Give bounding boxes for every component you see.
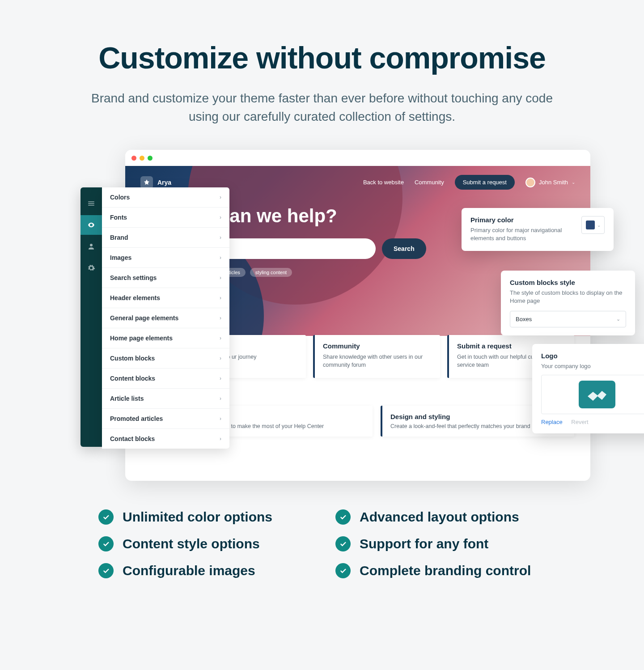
chevron-right-icon: › — [220, 335, 221, 341]
chevron-down-icon: ⌄ — [572, 180, 575, 185]
popover-desc: Your company logo — [541, 362, 644, 370]
color-swatch — [586, 221, 595, 229]
feature-item: Advanced layout options — [335, 509, 546, 525]
chevron-down-icon: ⌄ — [597, 223, 601, 228]
feature-item: Configurable images — [98, 563, 309, 578]
brand-logo-icon — [140, 176, 153, 189]
check-icon — [335, 536, 351, 551]
setting-row-header[interactable]: Header elements› — [102, 288, 229, 308]
color-picker[interactable]: ⌄ — [581, 216, 605, 234]
window-min-dot — [140, 156, 144, 161]
chevron-right-icon: › — [220, 275, 221, 281]
chevron-right-icon: › — [220, 295, 221, 301]
check-icon — [98, 536, 114, 551]
setting-row-brand[interactable]: Brand› — [102, 228, 229, 248]
popover-title: Primary color — [470, 216, 575, 224]
search-input[interactable] — [219, 238, 376, 259]
window-close-dot — [131, 156, 136, 161]
setting-row-fonts[interactable]: Fonts› — [102, 208, 229, 228]
setting-row-custom-blocks[interactable]: Custom blocks› — [102, 348, 229, 369]
chevron-right-icon: › — [220, 194, 221, 200]
setting-row-home[interactable]: Home page elements› — [102, 328, 229, 348]
window-max-dot — [148, 156, 153, 161]
nav-submit-request-button[interactable]: Submit a request — [455, 175, 515, 190]
setting-row-images[interactable]: Images› — [102, 248, 229, 268]
nav-link-community[interactable]: Community — [415, 179, 444, 186]
popover-primary-color: Primary color Primary color for major na… — [462, 208, 614, 250]
setting-row-content-blocks[interactable]: Content blocks› — [102, 369, 229, 389]
check-icon — [335, 563, 351, 578]
chevron-right-icon: › — [220, 214, 221, 221]
feature-item: Support for any font — [335, 536, 546, 551]
user-menu[interactable]: John Smith ⌄ — [525, 178, 575, 187]
blocks-style-select[interactable]: Boxes ⌄ — [510, 311, 626, 327]
setting-row-promoted[interactable]: Promoted articles› — [102, 409, 229, 429]
feature-item: Content style options — [98, 536, 309, 551]
setting-row-search[interactable]: Search settings› — [102, 268, 229, 288]
popover-title: Logo — [541, 352, 644, 360]
check-icon — [335, 509, 351, 525]
hero-title: Customize without compromise — [0, 40, 644, 75]
nav-link-back[interactable]: Back to website — [363, 179, 404, 186]
setting-row-article-lists[interactable]: Article lists› — [102, 389, 229, 409]
settings-panel: Colors› Fonts› Brand› Images› Search set… — [102, 187, 229, 449]
chevron-right-icon: › — [220, 375, 221, 382]
chevron-right-icon: › — [220, 436, 221, 442]
chevron-right-icon: › — [220, 395, 221, 402]
info-cards-row: ted ning you need to ur journey Communit… — [179, 335, 574, 378]
brand-name: Arya — [157, 179, 171, 186]
chevron-right-icon: › — [220, 355, 221, 361]
info-card-title: Community — [323, 342, 432, 350]
search-button[interactable]: Search — [382, 238, 426, 259]
popover-custom-blocks: Custom blocks style The style of custom … — [501, 271, 635, 335]
logo-preview — [541, 375, 644, 414]
info-card[interactable]: Community Share knowledge with other use… — [313, 335, 440, 378]
chevron-right-icon: › — [220, 254, 221, 261]
rail-menu-icon[interactable] — [80, 194, 102, 213]
check-icon — [98, 563, 114, 578]
chevron-right-icon: › — [220, 234, 221, 241]
info-card-body: Share knowledge with other users in our … — [323, 353, 432, 369]
logo-image — [579, 381, 615, 408]
replace-button[interactable]: Replace — [541, 419, 563, 425]
hero-question: can we help? — [219, 205, 337, 227]
rail-settings-icon[interactable] — [80, 258, 102, 278]
popover-title: Custom blocks style — [510, 279, 626, 286]
rail-users-icon[interactable] — [80, 237, 102, 256]
hero-subtitle: Brand and customize your theme faster th… — [87, 89, 557, 126]
illustration-area: Arya Back to website Community Submit a … — [80, 150, 564, 490]
setting-row-general[interactable]: General page elements› — [102, 308, 229, 328]
check-icon — [98, 509, 114, 525]
popover-desc: The style of custom blocks to display on… — [510, 289, 626, 305]
setting-row-contact[interactable]: Contact blocks› — [102, 429, 229, 449]
feature-list: Unlimited color options Advanced layout … — [80, 509, 564, 578]
feature-item: Unlimited color options — [98, 509, 309, 525]
popover-desc: Primary color for major navigational ele… — [470, 226, 575, 242]
category-row: ted Understand how to make the most of y… — [179, 406, 574, 437]
popover-logo: Logo Your company logo Replace Revert — [532, 344, 644, 433]
chevron-right-icon: › — [220, 315, 221, 321]
feature-item: Complete branding control — [335, 563, 546, 578]
revert-button[interactable]: Revert — [571, 419, 588, 425]
avatar — [525, 178, 535, 187]
editor-sidebar — [80, 187, 102, 447]
browser-titlebar — [125, 150, 590, 166]
suggestion-tag[interactable]: styling content — [250, 268, 292, 277]
user-name: John Smith — [539, 179, 568, 186]
rail-preview-icon[interactable] — [80, 215, 102, 235]
chevron-right-icon: › — [220, 416, 221, 422]
chevron-down-icon: ⌄ — [616, 316, 620, 322]
setting-row-colors[interactable]: Colors› — [102, 187, 229, 208]
